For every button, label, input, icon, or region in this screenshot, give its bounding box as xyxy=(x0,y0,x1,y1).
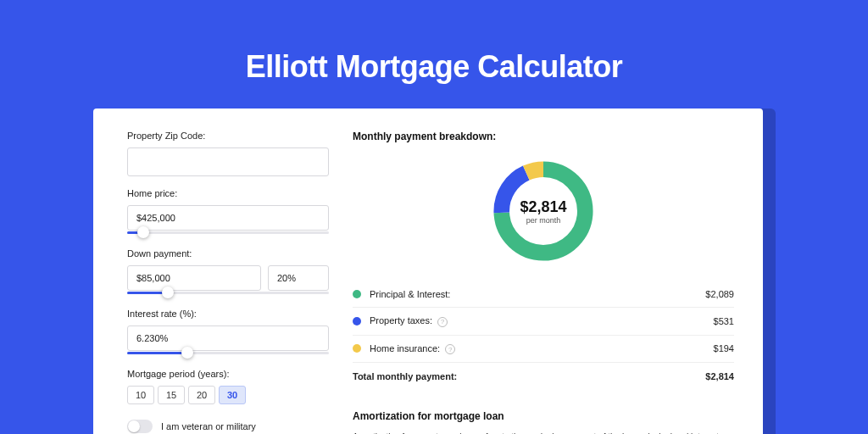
toggle-knob xyxy=(128,420,140,432)
veteran-label: I am veteran or military xyxy=(161,421,256,431)
donut-amount: $2,814 xyxy=(520,198,566,216)
legend-row: Home insurance:?$194 xyxy=(353,336,734,364)
info-icon[interactable]: ? xyxy=(437,317,448,327)
amort-title: Amortization for mortgage loan xyxy=(353,410,734,422)
interest-slider[interactable] xyxy=(127,350,329,357)
zip-label: Property Zip Code: xyxy=(127,131,329,141)
down-payment-slider[interactable] xyxy=(127,290,329,297)
period-field: Mortgage period (years): 10152030 xyxy=(127,369,329,404)
legend-value: $194 xyxy=(714,343,734,353)
total-row: Total monthly payment: $2,814 xyxy=(353,363,734,393)
page-title: Elliott Mortgage Calculator xyxy=(0,0,868,85)
slider-thumb[interactable] xyxy=(181,347,193,359)
legend-label: Home insurance:? xyxy=(370,343,714,355)
home-price-slider[interactable] xyxy=(127,230,329,236)
amortization-section: Amortization for mortgage loan Amortizat… xyxy=(353,393,734,434)
total-value: $2,814 xyxy=(705,371,734,381)
info-icon[interactable]: ? xyxy=(445,344,455,354)
legend-row: Principal & Interest:$2,089 xyxy=(353,281,734,308)
period-button-10[interactable]: 10 xyxy=(127,386,154,404)
breakdown-column: Monthly payment breakdown: $2,814 per mo… xyxy=(353,131,734,434)
down-payment-pct-input[interactable] xyxy=(268,265,329,291)
legend: Principal & Interest:$2,089Property taxe… xyxy=(353,281,734,363)
calculator-card: Property Zip Code: Home price: Down paym… xyxy=(93,108,763,434)
down-payment-input[interactable] xyxy=(127,265,261,291)
donut-chart: $2,814 per month xyxy=(353,156,734,266)
slider-thumb[interactable] xyxy=(162,287,174,298)
legend-dot xyxy=(353,344,361,353)
form-column: Property Zip Code: Home price: Down paym… xyxy=(127,131,329,434)
legend-dot xyxy=(353,317,361,326)
home-price-label: Home price: xyxy=(127,188,329,198)
interest-input[interactable] xyxy=(127,326,329,351)
legend-dot xyxy=(353,290,361,298)
zip-field: Property Zip Code: xyxy=(127,131,329,176)
legend-row: Property taxes:?$531 xyxy=(353,308,734,336)
zip-input[interactable] xyxy=(127,147,329,176)
veteran-toggle[interactable] xyxy=(127,420,153,433)
total-label: Total monthly payment: xyxy=(353,371,705,381)
home-price-input[interactable] xyxy=(127,205,329,231)
interest-field: Interest rate (%): xyxy=(127,309,329,357)
period-label: Mortgage period (years): xyxy=(127,369,329,379)
legend-label: Principal & Interest: xyxy=(370,289,705,299)
period-button-20[interactable]: 20 xyxy=(188,386,215,404)
legend-label: Property taxes:? xyxy=(370,315,714,327)
period-button-15[interactable]: 15 xyxy=(158,386,185,404)
breakdown-title: Monthly payment breakdown: xyxy=(353,131,734,142)
veteran-row: I am veteran or military xyxy=(127,420,329,433)
interest-label: Interest rate (%): xyxy=(127,309,329,319)
down-payment-field: Down payment: xyxy=(127,248,329,297)
period-button-30[interactable]: 30 xyxy=(219,386,246,404)
down-payment-label: Down payment: xyxy=(127,248,329,259)
donut-sub: per month xyxy=(526,216,561,225)
home-price-field: Home price: xyxy=(127,188,329,236)
legend-value: $2,089 xyxy=(705,289,734,299)
period-buttons: 10152030 xyxy=(127,386,329,404)
slider-thumb[interactable] xyxy=(137,226,149,238)
amort-text: Amortization for a mortgage loan refers … xyxy=(353,431,734,434)
legend-value: $531 xyxy=(714,316,734,326)
